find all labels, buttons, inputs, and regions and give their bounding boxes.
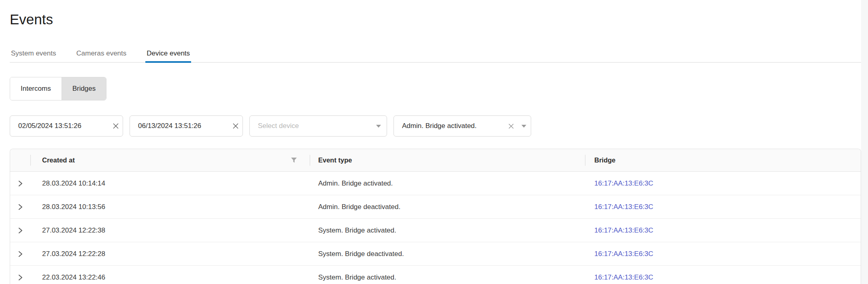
- chevron-right-icon: [18, 180, 23, 187]
- table-row: 27.03.2024 12:22:38 System. Bridge activ…: [10, 219, 861, 242]
- event-type-cell: Admin. Bridge deactivated.: [310, 195, 585, 218]
- chevron-right-icon: [18, 227, 23, 234]
- event-type-cell: System. Bridge activated.: [310, 219, 585, 242]
- event-type-value: System. Bridge activated.: [318, 273, 396, 282]
- expand-cell: [10, 266, 31, 284]
- close-icon: [113, 123, 119, 129]
- expand-row-button[interactable]: [10, 266, 31, 284]
- bridge-cell: 16:17:AA:13:E6:3C: [585, 195, 861, 218]
- device-type-segmented: Intercoms Bridges: [10, 77, 106, 100]
- bridge-cell: 16:17:AA:13:E6:3C: [585, 242, 861, 265]
- created-at-value: 28.03.2024 10:13:56: [42, 203, 105, 211]
- bridge-link[interactable]: 16:17:AA:13:E6:3C: [594, 273, 653, 282]
- date-from-value: 02/05/2024 13:51:26: [10, 122, 109, 130]
- events-tabs: System events Cameras events Device even…: [10, 49, 861, 63]
- bridge-link[interactable]: 16:17:AA:13:E6:3C: [594, 179, 653, 188]
- created-at-value: 28.03.2024 10:14:14: [42, 179, 105, 188]
- filters-bar: 02/05/2024 13:51:26 06/13/2024 13:51:26 …: [10, 115, 861, 137]
- header-event-type: Event type: [310, 149, 585, 171]
- table-row: 27.03.2024 12:22:28 System. Bridge deact…: [10, 242, 861, 266]
- page-title: Events: [10, 11, 861, 28]
- table-body: 28.03.2024 10:14:14 Admin. Bridge activa…: [10, 172, 861, 284]
- header-expand-column: [10, 149, 31, 171]
- expand-row-button[interactable]: [10, 195, 31, 218]
- event-type-clear-button[interactable]: [505, 116, 517, 136]
- expand-cell: [10, 195, 31, 218]
- device-select-placeholder: Select device: [250, 122, 370, 130]
- expand-row-button[interactable]: [10, 172, 31, 195]
- table-header-row: Created at Event type Bridge: [10, 149, 861, 172]
- created-at-value: 27.03.2024 12:22:28: [42, 250, 105, 258]
- bridge-cell: 16:17:AA:13:E6:3C: [585, 266, 861, 284]
- bridge-link[interactable]: 16:17:AA:13:E6:3C: [594, 250, 653, 258]
- tab-device-events[interactable]: Device events: [145, 49, 191, 62]
- created-at-cell: 22.03.2024 13:22:46: [31, 266, 310, 284]
- date-from-field[interactable]: 02/05/2024 13:51:26: [10, 115, 123, 137]
- expand-row-button[interactable]: [10, 242, 31, 265]
- chevron-right-icon: [18, 274, 23, 281]
- header-bridge: Bridge: [585, 149, 861, 171]
- event-type-value: Admin. Bridge deactivated.: [318, 203, 400, 211]
- created-at-cell: 27.03.2024 12:22:38: [31, 219, 310, 242]
- segment-intercoms[interactable]: Intercoms: [10, 77, 62, 100]
- bridge-cell: 16:17:AA:13:E6:3C: [585, 219, 861, 242]
- event-type-cell: System. Bridge deactivated.: [310, 242, 585, 265]
- table-row: 28.03.2024 10:14:14 Admin. Bridge activa…: [10, 172, 861, 195]
- event-type-value: System. Bridge activated.: [318, 226, 396, 235]
- table-row: 28.03.2024 10:13:56 Admin. Bridge deacti…: [10, 195, 861, 219]
- created-at-value: 27.03.2024 12:22:38: [42, 226, 105, 235]
- date-from-clear-button[interactable]: [109, 116, 123, 136]
- header-event-type-label: Event type: [318, 156, 352, 164]
- table-row: 22.03.2024 13:22:46 System. Bridge activ…: [10, 266, 861, 284]
- segment-bridges[interactable]: Bridges: [62, 77, 106, 100]
- expand-cell: [10, 219, 31, 242]
- caret-down-icon: [517, 125, 531, 128]
- created-at-cell: 28.03.2024 10:14:14: [31, 172, 310, 195]
- chevron-right-icon: [18, 251, 23, 257]
- date-to-clear-button[interactable]: [229, 116, 243, 136]
- event-type-select[interactable]: Admin. Bridge activated.: [394, 115, 531, 137]
- close-icon: [233, 123, 238, 129]
- created-at-value: 22.03.2024 13:22:46: [42, 273, 105, 282]
- event-type-value: Admin. Bridge activated.: [318, 179, 393, 188]
- created-at-cell: 27.03.2024 12:22:28: [31, 242, 310, 265]
- created-at-filter-button[interactable]: [288, 155, 300, 166]
- chevron-right-icon: [18, 204, 23, 210]
- tab-system-events[interactable]: System events: [10, 49, 57, 62]
- header-created-at-label: Created at: [42, 156, 75, 164]
- events-table: Created at Event type Bridge: [10, 149, 861, 284]
- event-type-cell: Admin. Bridge activated.: [310, 172, 585, 195]
- event-type-value: System. Bridge deactivated.: [318, 250, 404, 258]
- tab-cameras-events[interactable]: Cameras events: [75, 49, 128, 62]
- expand-row-button[interactable]: [10, 219, 31, 242]
- bridge-link[interactable]: 16:17:AA:13:E6:3C: [594, 203, 653, 211]
- expand-cell: [10, 172, 31, 195]
- date-to-field[interactable]: 06/13/2024 13:51:26: [130, 115, 243, 137]
- date-to-value: 06/13/2024 13:51:26: [130, 122, 229, 130]
- created-at-cell: 28.03.2024 10:13:56: [31, 195, 310, 218]
- expand-cell: [10, 242, 31, 265]
- caret-down-icon: [370, 125, 387, 128]
- bridge-cell: 16:17:AA:13:E6:3C: [585, 172, 861, 195]
- events-page: Events System events Cameras events Devi…: [10, 11, 861, 284]
- device-select[interactable]: Select device: [249, 115, 387, 137]
- event-type-cell: System. Bridge activated.: [310, 266, 585, 284]
- event-type-select-value: Admin. Bridge activated.: [394, 122, 505, 130]
- filter-icon: [291, 158, 297, 163]
- close-icon: [508, 124, 514, 129]
- bridge-link[interactable]: 16:17:AA:13:E6:3C: [594, 226, 653, 235]
- vertical-scrollbar[interactable]: [861, 0, 868, 284]
- header-bridge-label: Bridge: [594, 156, 615, 164]
- header-created-at: Created at: [31, 149, 310, 171]
